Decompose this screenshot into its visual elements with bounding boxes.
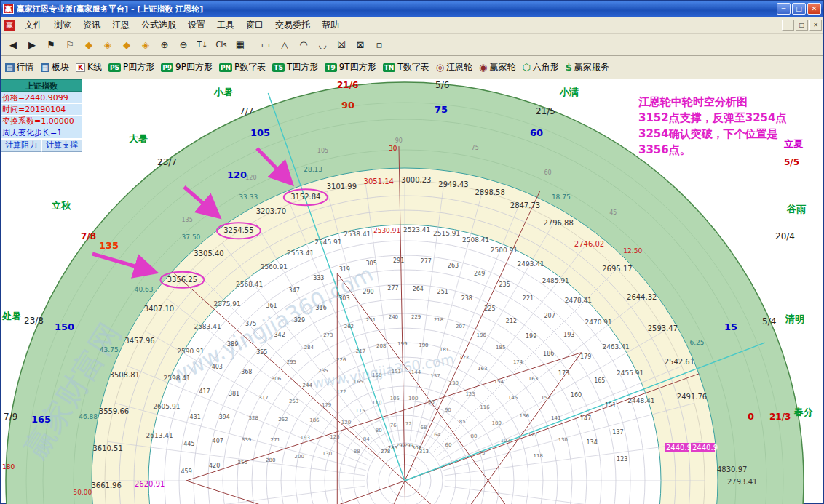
svg-text:158: 158 xyxy=(372,372,381,378)
crossbox-tool-icon[interactable]: ⊠ xyxy=(352,36,369,53)
mdi-minimize-button[interactable]: ─ xyxy=(782,20,794,31)
winner-wheel-icon: ◉ xyxy=(479,62,487,73)
toolbar-item-t-table[interactable]: TN T数字表 xyxy=(383,61,429,73)
svg-text:2493.41: 2493.41 xyxy=(517,260,544,268)
toolbar-item-sectors[interactable]: ▦ 板块 xyxy=(41,61,70,73)
svg-text:186: 186 xyxy=(309,417,320,423)
menu-item-trade[interactable]: 交易委托 xyxy=(269,17,316,33)
diamond-dot-tool-icon[interactable]: ◈ xyxy=(137,36,154,53)
calc-resistance-button[interactable]: 计算阻力 xyxy=(1,139,41,152)
t-square-icon: TS xyxy=(272,63,285,72)
svg-text:江恩轮中轮时空分析图: 江恩轮中轮时空分析图 xyxy=(638,95,748,108)
svg-text:130: 130 xyxy=(558,437,568,443)
svg-text:123: 123 xyxy=(617,456,627,463)
flag-tool-icon[interactable]: ⚑ xyxy=(42,36,60,53)
svg-text:403: 403 xyxy=(212,364,223,370)
zoom-out-icon[interactable]: ⊖ xyxy=(175,36,192,53)
svg-text:295: 295 xyxy=(287,359,296,365)
mdi-close-button[interactable]: ✕ xyxy=(809,20,822,31)
flag-outline-tool-icon[interactable]: ⚐ xyxy=(61,36,79,53)
zoom-in-icon[interactable]: ⊕ xyxy=(156,36,173,53)
toolbar-item-p-square[interactable]: PS P四方形 xyxy=(108,61,154,73)
svg-text:273: 273 xyxy=(323,332,333,338)
diamond2-tool-icon[interactable]: ◆ xyxy=(118,36,135,53)
toolbar-item-hexagon[interactable]: ⬡ 六角形 xyxy=(522,61,558,73)
mdi-restore-button[interactable]: □ xyxy=(796,20,808,31)
toolbar-separator xyxy=(253,38,253,52)
rect-tool-icon[interactable]: ▭ xyxy=(257,36,274,53)
gann-wheel-svg[interactable]: 赢家财富网www.yingjia360.comwww.yingjia360.co… xyxy=(1,79,824,504)
toolbar-item-quotes[interactable]: ▤ 行情 xyxy=(5,61,34,73)
arc-down-tool-icon[interactable]: ◡ xyxy=(314,36,331,53)
diamond-tool-icon[interactable]: ◆ xyxy=(80,36,98,53)
svg-text:90: 90 xyxy=(445,407,451,413)
toolbar-item-winner-wheel[interactable]: ◉ 赢家轮 xyxy=(479,61,515,73)
toolbar-item-9p-square[interactable]: P9 9P四方形 xyxy=(161,61,213,73)
menu-item-file[interactable]: 文件 xyxy=(19,17,48,33)
diamond-ring-tool-icon[interactable]: ◈ xyxy=(99,36,116,53)
svg-text:12.50: 12.50 xyxy=(623,247,642,255)
svg-text:350: 350 xyxy=(238,460,247,465)
toolbar-item-9t-square[interactable]: T9 9T四方形 xyxy=(325,61,376,73)
maximize-button[interactable]: □ xyxy=(792,3,806,15)
svg-text:大暑: 大暑 xyxy=(129,133,148,144)
svg-text:2613.41: 2613.41 xyxy=(146,432,173,439)
svg-text:151: 151 xyxy=(605,402,616,409)
grid-icon[interactable]: ▦ xyxy=(231,36,249,53)
svg-text:3661.96: 3661.96 xyxy=(91,481,121,489)
app-window: 赢 赢家江恩专业版[赢家服务平台] - [上证指数 江恩轮] ─ □ ✕ 赢 文… xyxy=(0,0,824,504)
svg-text:100: 100 xyxy=(408,396,418,401)
svg-text:207: 207 xyxy=(544,313,555,319)
arc-up-tool-icon[interactable]: ◠ xyxy=(295,36,312,53)
xbox-tool-icon[interactable]: ☒ xyxy=(333,36,350,53)
menu-item-window[interactable]: 窗口 xyxy=(240,17,269,33)
svg-text:180: 180 xyxy=(2,463,15,471)
menu-item-formula-stockpick[interactable]: 公式选股 xyxy=(135,17,182,33)
next-icon[interactable]: ▶ xyxy=(23,36,41,53)
toolbar-item-p-table[interactable]: PN P数字表 xyxy=(219,61,266,73)
menu-item-settings[interactable]: 设置 xyxy=(182,17,211,33)
toolbar-item-winner-service[interactable]: $ 赢家服务 xyxy=(566,61,609,73)
toolbar-item-label: T数字表 xyxy=(397,61,429,73)
svg-text:263: 263 xyxy=(448,263,459,269)
svg-text:141: 141 xyxy=(551,415,560,421)
svg-text:137: 137 xyxy=(430,373,440,379)
svg-text:28.13: 28.13 xyxy=(304,166,322,173)
svg-text:小满: 小满 xyxy=(559,87,579,97)
toolbar-item-t-square[interactable]: TS T四方形 xyxy=(272,61,318,73)
svg-text:5/6: 5/6 xyxy=(435,80,449,90)
menu-item-browse[interactable]: 浏览 xyxy=(48,17,77,33)
menu-item-news[interactable]: 资讯 xyxy=(77,17,106,33)
svg-text:6.25: 6.25 xyxy=(689,339,704,346)
minimize-button[interactable]: ─ xyxy=(777,3,791,15)
svg-text:64: 64 xyxy=(434,432,440,438)
svg-text:120: 120 xyxy=(245,175,256,181)
time-value: 时间=20190104 xyxy=(1,104,82,115)
prev-icon[interactable]: ◀ xyxy=(4,36,22,53)
menu-item-help[interactable]: 帮助 xyxy=(316,17,345,33)
svg-text:316: 316 xyxy=(316,305,327,311)
menu-item-tools[interactable]: 工具 xyxy=(211,17,240,33)
svg-text:339: 339 xyxy=(242,437,251,443)
svg-text:431: 431 xyxy=(190,414,201,420)
clear-tool-icon[interactable]: ▫ xyxy=(371,36,388,53)
svg-text:105: 105 xyxy=(390,396,400,401)
toolbar-item-kline[interactable]: K K线 xyxy=(76,61,102,73)
toolbar-item-label: 行情 xyxy=(17,61,34,73)
t-down-icon[interactable]: T↓ xyxy=(194,36,211,53)
svg-text:95: 95 xyxy=(428,399,435,405)
svg-text:80: 80 xyxy=(376,428,382,433)
coefficient-value: 变换系数=1.00000 xyxy=(1,116,82,127)
svg-text:2644.32: 2644.32 xyxy=(627,293,657,301)
svg-text:407: 407 xyxy=(213,438,223,444)
svg-text:305: 305 xyxy=(365,260,376,267)
calc-support-button[interactable]: 计算支撑 xyxy=(41,139,82,152)
menu-item-gann[interactable]: 江恩 xyxy=(106,17,135,33)
close-button[interactable]: ✕ xyxy=(807,3,821,15)
cls-icon[interactable]: Cls xyxy=(213,36,230,53)
svg-text:2508.41: 2508.41 xyxy=(462,236,489,244)
chart-area: 赢家财富网www.yingjia360.comwww.yingjia360.co… xyxy=(1,79,823,503)
toolbar-item-gann-wheel[interactable]: ◎ 江恩轮 xyxy=(436,61,472,73)
svg-text:290: 290 xyxy=(363,289,373,295)
triangle-tool-icon[interactable]: △ xyxy=(276,36,293,53)
